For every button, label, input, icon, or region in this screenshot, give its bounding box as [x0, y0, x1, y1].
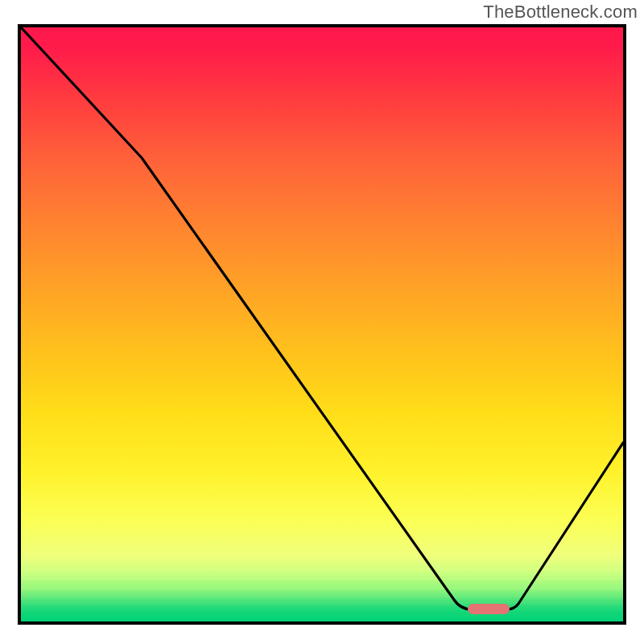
- plot-area: [18, 24, 626, 625]
- optimal-marker: [468, 604, 510, 614]
- chart-frame: TheBottleneck.com: [0, 0, 644, 644]
- curve-path: [21, 27, 623, 609]
- watermark-text: TheBottleneck.com: [483, 2, 638, 23]
- bottleneck-curve: [21, 27, 623, 621]
